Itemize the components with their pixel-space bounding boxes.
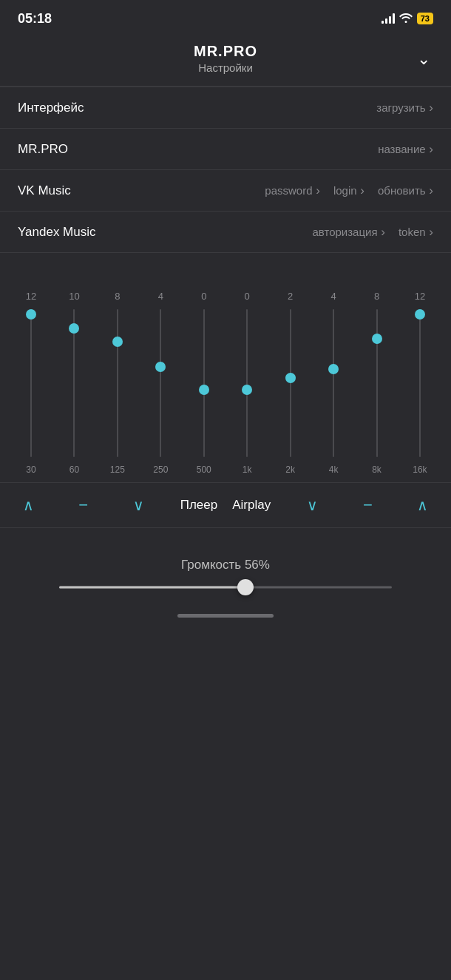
right-minus-button[interactable]: − — [354, 492, 381, 518]
status-time: 05:18 — [18, 11, 52, 27]
eq-value-60: 10 — [69, 290, 79, 303]
home-bar — [177, 614, 274, 618]
eq-band-30[interactable]: 1230 — [12, 290, 50, 475]
eq-value-16k: 12 — [415, 290, 425, 303]
eq-thumb-8k[interactable] — [372, 334, 382, 344]
menu-actions-yandexmusic: авторизация token — [312, 225, 433, 240]
airplay-label[interactable]: Airplay — [232, 498, 271, 513]
volume-section: Громкость 56% — [0, 528, 451, 604]
eq-band-8k[interactable]: 88k — [358, 290, 396, 475]
eq-track-8k — [376, 309, 378, 457]
header-chevron-icon[interactable]: ⌄ — [417, 50, 430, 69]
equalizer-bands: 1230106081254250050001k22k44k88k1216k — [12, 268, 439, 475]
eq-band-4k[interactable]: 44k — [314, 290, 353, 475]
mrpro-name-button[interactable]: название — [378, 142, 433, 157]
left-down-button[interactable]: ∨ — [125, 492, 152, 518]
left-up-button[interactable]: ∧ — [15, 492, 41, 518]
left-minus-button[interactable]: − — [70, 492, 97, 518]
status-icons: 73 — [382, 13, 433, 25]
eq-freq-8k: 8k — [372, 464, 382, 475]
eq-slider-wrapper-2k[interactable] — [290, 309, 291, 457]
eq-freq-4k: 4k — [329, 464, 339, 475]
menu-row-mrpro: MR.PRO название — [0, 129, 451, 170]
nav-center: Плеер Airplay — [180, 498, 271, 513]
eq-thumb-250[interactable] — [155, 362, 166, 372]
eq-slider-wrapper-16k[interactable] — [419, 309, 421, 457]
eq-slider-wrapper-4k[interactable] — [333, 309, 334, 457]
right-down-button[interactable]: ∨ — [299, 492, 326, 518]
eq-freq-16k: 16k — [413, 464, 427, 475]
eq-track-250 — [160, 309, 161, 457]
eq-thumb-30[interactable] — [26, 309, 36, 320]
menu-section: Интерфейс загрузить MR.PRO название VK M… — [0, 87, 451, 253]
eq-value-2k: 2 — [288, 290, 293, 303]
eq-band-16k[interactable]: 1216k — [401, 290, 439, 475]
interface-load-button[interactable]: загрузить — [376, 101, 433, 115]
wifi-icon — [399, 13, 413, 25]
eq-freq-125: 125 — [110, 464, 125, 475]
eq-band-1k[interactable]: 01k — [228, 290, 266, 475]
menu-label-vkmusic: VK Music — [18, 183, 71, 198]
eq-track-4k — [333, 309, 334, 457]
eq-track-125 — [117, 309, 118, 457]
eq-track-1k — [246, 309, 248, 457]
bottom-nav: ∧ − ∨ Плеер Airplay ∨ − ∧ — [0, 483, 451, 528]
eq-value-8k: 8 — [374, 290, 379, 303]
home-indicator — [0, 604, 451, 624]
eq-thumb-2k[interactable] — [285, 373, 296, 383]
eq-thumb-60[interactable] — [69, 323, 79, 334]
eq-freq-250: 250 — [153, 464, 168, 475]
app-title: MR.PRO — [44, 43, 407, 60]
battery-indicator: 73 — [417, 13, 433, 24]
eq-band-500[interactable]: 0500 — [185, 290, 223, 475]
vk-password-button[interactable]: password — [265, 183, 320, 198]
eq-value-30: 12 — [26, 290, 36, 303]
yandex-auth-button[interactable]: авторизация — [312, 225, 384, 240]
eq-track-500 — [203, 309, 205, 457]
player-label[interactable]: Плеер — [180, 498, 218, 513]
eq-value-125: 8 — [115, 290, 120, 303]
menu-actions-vkmusic: password login обновить — [265, 183, 433, 198]
eq-band-250[interactable]: 4250 — [141, 290, 180, 475]
menu-row-interface: Интерфейс загрузить — [0, 87, 451, 129]
eq-slider-wrapper-500[interactable] — [203, 309, 205, 457]
eq-slider-wrapper-1k[interactable] — [246, 309, 248, 457]
eq-thumb-4k[interactable] — [328, 364, 339, 374]
right-up-button[interactable]: ∧ — [410, 492, 436, 518]
equalizer-section: 1230106081254250050001k22k44k88k1216k — [0, 253, 451, 483]
eq-thumb-125[interactable] — [112, 337, 123, 347]
eq-band-125[interactable]: 8125 — [98, 290, 137, 475]
eq-freq-30: 30 — [26, 464, 35, 475]
vk-update-button[interactable]: обновить — [378, 183, 433, 198]
eq-thumb-1k[interactable] — [242, 385, 252, 395]
eq-slider-wrapper-8k[interactable] — [376, 309, 378, 457]
menu-label-interface: Интерфейс — [18, 101, 84, 115]
eq-freq-1k: 1k — [243, 464, 252, 475]
eq-slider-wrapper-125[interactable] — [117, 309, 118, 457]
eq-value-4k: 4 — [330, 290, 336, 303]
status-bar: 05:18 73 — [0, 0, 451, 33]
volume-slider[interactable] — [59, 586, 392, 589]
eq-slider-wrapper-30[interactable] — [30, 309, 32, 457]
volume-label: Громкость 56% — [181, 558, 270, 572]
eq-freq-2k: 2k — [285, 464, 295, 475]
eq-slider-wrapper-60[interactable] — [73, 309, 75, 457]
eq-slider-wrapper-250[interactable] — [160, 309, 161, 457]
volume-thumb[interactable] — [237, 579, 254, 595]
eq-freq-500: 500 — [197, 464, 211, 475]
eq-band-2k[interactable]: 22k — [271, 290, 310, 475]
eq-band-60[interactable]: 1060 — [55, 290, 93, 475]
eq-value-500: 0 — [201, 290, 206, 303]
eq-value-250: 4 — [158, 290, 163, 303]
menu-row-vkmusic: VK Music password login обновить — [0, 170, 451, 212]
eq-value-1k: 0 — [245, 290, 250, 303]
volume-fill — [59, 587, 245, 589]
eq-freq-60: 60 — [69, 464, 79, 475]
eq-thumb-500[interactable] — [199, 385, 209, 395]
menu-actions-interface: загрузить — [376, 101, 433, 115]
header: MR.PRO Настройки ⌄ — [0, 33, 451, 87]
eq-thumb-16k[interactable] — [415, 309, 425, 320]
yandex-token-button[interactable]: token — [399, 225, 433, 240]
signal-icon — [382, 13, 395, 24]
vk-login-button[interactable]: login — [333, 183, 364, 198]
